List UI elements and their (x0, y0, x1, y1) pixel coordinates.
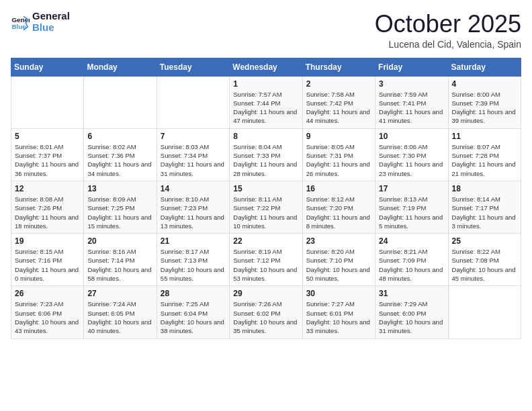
logo: General Blue General Blue (11, 11, 70, 33)
calendar-cell: 25Sunrise: 8:22 AM Sunset: 7:08 PM Dayli… (448, 234, 521, 286)
day-info: Sunrise: 8:02 AM Sunset: 7:36 PM Dayligh… (87, 142, 152, 178)
calendar-cell: 6Sunrise: 8:02 AM Sunset: 7:36 PM Daylig… (84, 128, 157, 181)
day-number: 9 (306, 132, 371, 141)
calendar-cell (157, 76, 229, 128)
weekday-header-saturday: Saturday (448, 58, 521, 76)
weekday-header-monday: Monday (84, 58, 157, 76)
day-info: Sunrise: 8:07 AM Sunset: 7:28 PM Dayligh… (452, 142, 517, 178)
calendar-cell: 4Sunrise: 8:00 AM Sunset: 7:39 PM Daylig… (448, 76, 521, 128)
day-info: Sunrise: 8:05 AM Sunset: 7:31 PM Dayligh… (306, 142, 371, 178)
day-number: 28 (161, 289, 226, 298)
calendar-cell (84, 76, 157, 128)
day-info: Sunrise: 7:29 AM Sunset: 6:00 PM Dayligh… (379, 300, 444, 335)
day-number: 27 (87, 289, 152, 298)
calendar-cell: 30Sunrise: 7:27 AM Sunset: 6:01 PM Dayli… (302, 286, 375, 338)
day-info: Sunrise: 8:13 AM Sunset: 7:19 PM Dayligh… (379, 195, 444, 230)
page-header: General Blue General Blue October 2025 L… (11, 11, 521, 50)
day-number: 20 (87, 236, 152, 246)
day-number: 10 (379, 132, 444, 141)
calendar-cell: 12Sunrise: 8:08 AM Sunset: 7:26 PM Dayli… (11, 181, 84, 233)
calendar-cell (11, 76, 84, 128)
day-info: Sunrise: 8:22 AM Sunset: 7:08 PM Dayligh… (452, 247, 517, 283)
logo-icon: General Blue (11, 13, 30, 32)
calendar-cell: 3Sunrise: 7:59 AM Sunset: 7:41 PM Daylig… (375, 76, 448, 128)
title-block: October 2025 Lucena del Cid, Valencia, S… (375, 11, 521, 50)
day-number: 29 (233, 289, 298, 298)
day-info: Sunrise: 7:24 AM Sunset: 6:05 PM Dayligh… (87, 300, 152, 335)
weekday-header-sunday: Sunday (11, 58, 84, 76)
day-number: 17 (379, 184, 444, 193)
calendar-cell: 11Sunrise: 8:07 AM Sunset: 7:28 PM Dayli… (448, 128, 521, 181)
week-row-5: 26Sunrise: 7:23 AM Sunset: 6:06 PM Dayli… (11, 286, 521, 338)
day-number: 23 (306, 236, 371, 246)
day-info: Sunrise: 8:16 AM Sunset: 7:14 PM Dayligh… (87, 247, 152, 283)
calendar-cell: 1Sunrise: 7:57 AM Sunset: 7:44 PM Daylig… (230, 76, 302, 128)
day-number: 26 (15, 289, 80, 298)
day-number: 16 (306, 184, 371, 193)
day-info: Sunrise: 7:57 AM Sunset: 7:44 PM Dayligh… (233, 90, 298, 126)
calendar-cell: 23Sunrise: 8:20 AM Sunset: 7:10 PM Dayli… (302, 234, 375, 286)
calendar-cell: 5Sunrise: 8:01 AM Sunset: 7:37 PM Daylig… (11, 128, 84, 181)
day-number: 18 (452, 184, 517, 193)
day-info: Sunrise: 7:23 AM Sunset: 6:06 PM Dayligh… (15, 300, 80, 335)
day-info: Sunrise: 8:06 AM Sunset: 7:30 PM Dayligh… (379, 142, 444, 178)
day-info: Sunrise: 8:20 AM Sunset: 7:10 PM Dayligh… (306, 247, 371, 283)
calendar-cell: 2Sunrise: 7:58 AM Sunset: 7:42 PM Daylig… (302, 76, 375, 128)
day-number: 24 (379, 236, 444, 246)
calendar-cell: 28Sunrise: 7:25 AM Sunset: 6:04 PM Dayli… (157, 286, 229, 338)
day-number: 21 (161, 236, 226, 246)
calendar-cell: 19Sunrise: 8:15 AM Sunset: 7:16 PM Dayli… (11, 234, 84, 286)
day-number: 1 (233, 79, 298, 89)
day-number: 4 (452, 79, 517, 89)
month-title: October 2025 (375, 11, 521, 38)
day-number: 15 (233, 184, 298, 193)
calendar-cell: 24Sunrise: 8:21 AM Sunset: 7:09 PM Dayli… (375, 234, 448, 286)
week-row-1: 1Sunrise: 7:57 AM Sunset: 7:44 PM Daylig… (11, 76, 521, 128)
day-number: 22 (233, 236, 298, 246)
day-info: Sunrise: 8:10 AM Sunset: 7:23 PM Dayligh… (161, 195, 226, 230)
day-number: 8 (233, 132, 298, 141)
weekday-header-row: SundayMondayTuesdayWednesdayThursdayFrid… (11, 58, 521, 76)
calendar-table: SundayMondayTuesdayWednesdayThursdayFrid… (11, 58, 521, 339)
weekday-header-tuesday: Tuesday (157, 58, 229, 76)
logo-blue-text: Blue (32, 22, 70, 34)
weekday-header-thursday: Thursday (302, 58, 375, 76)
day-info: Sunrise: 7:25 AM Sunset: 6:04 PM Dayligh… (161, 300, 226, 335)
day-info: Sunrise: 8:01 AM Sunset: 7:37 PM Dayligh… (15, 142, 80, 178)
calendar-cell: 22Sunrise: 8:19 AM Sunset: 7:12 PM Dayli… (230, 234, 302, 286)
day-number: 12 (15, 184, 80, 193)
calendar-cell: 16Sunrise: 8:12 AM Sunset: 7:20 PM Dayli… (302, 181, 375, 233)
calendar-cell (448, 286, 521, 338)
day-number: 14 (161, 184, 226, 193)
calendar-cell: 20Sunrise: 8:16 AM Sunset: 7:14 PM Dayli… (84, 234, 157, 286)
day-info: Sunrise: 8:09 AM Sunset: 7:25 PM Dayligh… (87, 195, 152, 230)
calendar-cell: 27Sunrise: 7:24 AM Sunset: 6:05 PM Dayli… (84, 286, 157, 338)
calendar-cell: 18Sunrise: 8:14 AM Sunset: 7:17 PM Dayli… (448, 181, 521, 233)
day-info: Sunrise: 8:19 AM Sunset: 7:12 PM Dayligh… (233, 247, 298, 283)
calendar-cell: 26Sunrise: 7:23 AM Sunset: 6:06 PM Dayli… (11, 286, 84, 338)
day-info: Sunrise: 8:14 AM Sunset: 7:17 PM Dayligh… (452, 195, 517, 230)
day-info: Sunrise: 8:08 AM Sunset: 7:26 PM Dayligh… (15, 195, 80, 230)
day-number: 19 (15, 236, 80, 246)
calendar-cell: 8Sunrise: 8:04 AM Sunset: 7:33 PM Daylig… (230, 128, 302, 181)
day-number: 2 (306, 79, 371, 89)
calendar-cell: 15Sunrise: 8:11 AM Sunset: 7:22 PM Dayli… (230, 181, 302, 233)
week-row-2: 5Sunrise: 8:01 AM Sunset: 7:37 PM Daylig… (11, 128, 521, 181)
calendar-cell: 9Sunrise: 8:05 AM Sunset: 7:31 PM Daylig… (302, 128, 375, 181)
day-info: Sunrise: 8:11 AM Sunset: 7:22 PM Dayligh… (233, 195, 298, 230)
day-number: 31 (379, 289, 444, 298)
day-info: Sunrise: 7:59 AM Sunset: 7:41 PM Dayligh… (379, 90, 444, 126)
calendar-cell: 13Sunrise: 8:09 AM Sunset: 7:25 PM Dayli… (84, 181, 157, 233)
day-info: Sunrise: 8:04 AM Sunset: 7:33 PM Dayligh… (233, 142, 298, 178)
calendar-cell: 7Sunrise: 8:03 AM Sunset: 7:34 PM Daylig… (157, 128, 229, 181)
day-info: Sunrise: 7:58 AM Sunset: 7:42 PM Dayligh… (306, 90, 371, 126)
weekday-header-friday: Friday (375, 58, 448, 76)
weekday-header-wednesday: Wednesday (230, 58, 302, 76)
day-number: 3 (379, 79, 444, 89)
week-row-4: 19Sunrise: 8:15 AM Sunset: 7:16 PM Dayli… (11, 234, 521, 286)
day-info: Sunrise: 8:17 AM Sunset: 7:13 PM Dayligh… (161, 247, 226, 283)
day-info: Sunrise: 8:03 AM Sunset: 7:34 PM Dayligh… (161, 142, 226, 178)
day-number: 7 (161, 132, 226, 141)
calendar-cell: 21Sunrise: 8:17 AM Sunset: 7:13 PM Dayli… (157, 234, 229, 286)
day-info: Sunrise: 8:21 AM Sunset: 7:09 PM Dayligh… (379, 247, 444, 283)
